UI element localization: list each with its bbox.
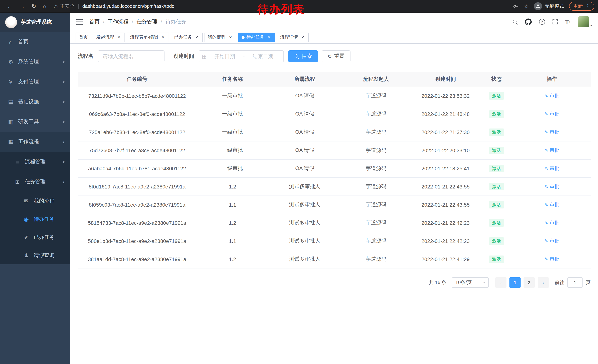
process-name-label: 流程名: [78, 53, 93, 60]
search-button[interactable]: 搜索: [288, 50, 318, 62]
app-title: 芋道管理系统: [21, 19, 52, 25]
sidebar-item[interactable]: ▦ 工作流程 ▴: [0, 132, 70, 152]
page-button[interactable]: 2: [523, 277, 535, 288]
sidebar-item[interactable]: ⚙ 系统管理 ▾: [0, 52, 70, 72]
header-actions: ? T↕ ▾: [512, 16, 592, 27]
refresh-icon[interactable]: ↻: [32, 3, 36, 9]
back-icon[interactable]: ←: [7, 3, 13, 9]
goto-page-input[interactable]: [567, 277, 583, 288]
search-icon[interactable]: [512, 19, 518, 24]
sidebar-item[interactable]: ▥ 研发工具 ▾: [0, 112, 70, 132]
approve-button[interactable]: ✎ 审批: [544, 93, 559, 99]
cell-created: 2022-01-22 21:48:48: [411, 105, 480, 123]
start-date-input[interactable]: [207, 53, 242, 60]
cell-actions: ✎ 审批: [513, 214, 590, 232]
tab[interactable]: 我的流程 ×: [205, 32, 236, 42]
cell-task-id: 58154733-7ac8-11ec-a9e2-a2380e71991a: [78, 214, 196, 232]
cell-process: 测试多审批人: [269, 232, 341, 250]
cell-task-name: 一级审批: [196, 159, 269, 178]
cell-process: OA 请假: [269, 87, 341, 105]
fullscreen-icon[interactable]: [552, 19, 558, 24]
close-icon[interactable]: ×: [300, 35, 305, 40]
cell-initiator: 芋道源码: [341, 159, 411, 178]
cell-initiator: 芋道源码: [341, 141, 411, 159]
breadcrumb-item[interactable]: 任务管理: [137, 18, 162, 25]
kebab-menu-icon[interactable]: ⋮: [585, 3, 590, 9]
browser-update-button[interactable]: 更新 ⋮: [569, 2, 594, 11]
end-date-input[interactable]: [245, 53, 281, 60]
sidebar-item[interactable]: ¥ 支付管理 ▾: [0, 72, 70, 92]
chevron-icon: ▾: [63, 100, 65, 104]
done-icon: ✔: [23, 234, 30, 241]
approve-button[interactable]: ✎ 审批: [544, 219, 559, 226]
app-logo[interactable]: 芋道管理系统: [0, 13, 70, 32]
sidebar-item-label: 研发工具: [18, 119, 39, 125]
user-menu[interactable]: ▾: [578, 16, 592, 27]
close-icon[interactable]: ×: [194, 35, 199, 40]
approve-button[interactable]: ✎ 审批: [544, 147, 559, 154]
close-icon[interactable]: ×: [266, 35, 272, 40]
avatar[interactable]: [578, 16, 589, 27]
table-row: a6aba0a4-7b6d-11ec-b781-acde48001122 一级审…: [78, 159, 590, 178]
forward-icon[interactable]: →: [19, 3, 25, 9]
approve-button[interactable]: ✎ 审批: [544, 256, 559, 263]
sidebar-item[interactable]: ◉ 待办任务: [0, 210, 70, 228]
page-button[interactable]: 1: [509, 277, 521, 288]
cell-status: 激活: [480, 196, 513, 214]
approve-button[interactable]: ✎ 审批: [544, 165, 559, 172]
approve-button[interactable]: ✎ 审批: [544, 183, 559, 190]
font-size-icon[interactable]: T↕: [565, 18, 571, 25]
close-icon[interactable]: ×: [228, 35, 233, 40]
sidebar-toggle-icon[interactable]: [76, 19, 83, 25]
breadcrumb-item[interactable]: 首页: [89, 18, 105, 25]
approve-button[interactable]: ✎ 审批: [544, 111, 559, 117]
active-dot: [241, 36, 245, 39]
tab[interactable]: 发起流程 ×: [93, 32, 125, 42]
tab[interactable]: 流程详情 ×: [277, 32, 309, 42]
todo-eye-icon: ◉: [23, 216, 30, 222]
edit-icon: ✎: [544, 93, 548, 98]
bookmark-star-icon[interactable]: ☆: [524, 3, 529, 9]
security-warning[interactable]: ⚠ 不安全: [54, 3, 75, 9]
close-icon[interactable]: ×: [160, 35, 166, 40]
sidebar-item[interactable]: ⌂ 首页: [0, 32, 70, 52]
key-icon[interactable]: [513, 3, 519, 9]
cell-task-id: 069c6a63-7b8a-11ec-8ef0-acde48001122: [78, 105, 196, 123]
cell-created: 2022-01-21 22:42:23: [411, 214, 480, 232]
breadcrumb-item[interactable]: 工作流程: [108, 18, 133, 25]
process-name-input[interactable]: [98, 50, 165, 62]
help-icon[interactable]: ?: [539, 19, 545, 25]
prev-page-button[interactable]: ‹: [495, 277, 507, 288]
warning-icon: ⚠: [54, 3, 58, 9]
tab-label: 我的流程: [208, 34, 226, 40]
sidebar-item[interactable]: ♟ 请假查询: [0, 246, 70, 264]
table-row: 580e1b3d-7ac8-11ec-a9e2-a2380e71991a 1.1…: [78, 232, 590, 250]
github-icon[interactable]: [525, 18, 532, 25]
page-size-select[interactable]: 10条/页 ▾: [452, 277, 489, 288]
tab[interactable]: 已办任务 ×: [171, 32, 203, 42]
sidebar-item[interactable]: ≡ 流程管理 ▾: [0, 152, 70, 172]
address-bar[interactable]: ⚠ 不安全 dashboard.yudao.iocoder.cn/bpm/tas…: [54, 3, 174, 9]
next-page-button[interactable]: ›: [538, 277, 549, 288]
cell-actions: ✎ 审批: [513, 141, 590, 159]
tab[interactable]: 待办任务 ×: [238, 32, 275, 42]
date-range-picker[interactable]: ▦ -: [199, 50, 284, 62]
home-icon[interactable]: ⌂: [43, 3, 46, 9]
close-icon[interactable]: ×: [116, 35, 122, 40]
chevron-icon: ▾: [63, 60, 65, 64]
approve-button[interactable]: ✎ 审批: [544, 202, 559, 208]
sidebar-item[interactable]: ⊞ 任务管理 ▴: [0, 172, 70, 192]
sidebar-item[interactable]: ✉ 我的流程: [0, 192, 70, 210]
calendar-icon: ▦: [202, 54, 207, 59]
tab[interactable]: 首页: [75, 32, 91, 42]
cell-process: OA 请假: [269, 105, 341, 123]
reset-button[interactable]: ↻ 重置: [322, 50, 350, 62]
cell-initiator: 芋道源码: [341, 214, 411, 232]
approve-button[interactable]: ✎ 审批: [544, 129, 559, 136]
search-icon: [295, 54, 299, 58]
sidebar-item[interactable]: ▤ 基础设施 ▾: [0, 92, 70, 112]
tab[interactable]: 流程表单-编辑 ×: [127, 32, 169, 42]
approve-button[interactable]: ✎ 审批: [544, 238, 559, 244]
sidebar-item[interactable]: ✔ 已办任务: [0, 228, 70, 246]
sidebar-item-label: 系统管理: [18, 58, 39, 65]
